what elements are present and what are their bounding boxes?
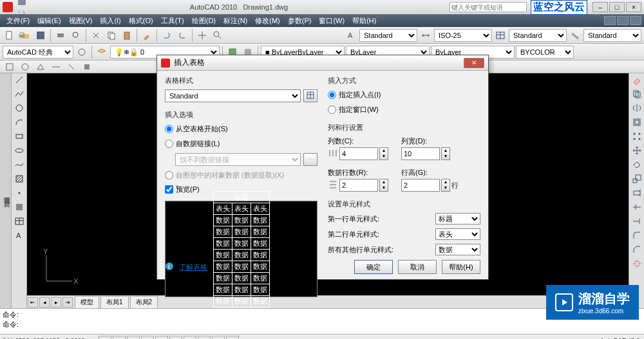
v3-icon[interactable]: [33, 60, 48, 74]
spline-icon[interactable]: [12, 158, 26, 172]
workspace-settings-icon[interactable]: [75, 45, 89, 59]
help-button[interactable]: 帮助(H): [442, 260, 480, 274]
cancel-button[interactable]: 取消: [398, 260, 437, 274]
second-row-select[interactable]: 表头: [435, 228, 480, 240]
mdi-restore-icon[interactable]: [617, 16, 629, 25]
menu-parametric[interactable]: 参数(P): [284, 16, 316, 26]
redo2-icon[interactable]: [175, 28, 189, 42]
tablestyle-icon[interactable]: [493, 28, 507, 42]
cols-input[interactable]: [339, 147, 378, 160]
cols-spinner[interactable]: ▲▼: [379, 147, 388, 160]
rowh-input[interactable]: [401, 179, 440, 192]
print-icon[interactable]: [16, 30, 28, 42]
stretch-icon[interactable]: [629, 187, 644, 201]
menu-help[interactable]: 帮助(H): [348, 16, 380, 26]
polar-toggle-icon[interactable]: [141, 336, 154, 340]
paste-icon[interactable]: [120, 28, 134, 42]
save-icon[interactable]: [16, 0, 28, 7]
save-button-icon[interactable]: [33, 28, 48, 42]
maximize-icon[interactable]: □: [609, 2, 625, 12]
mdi-close-icon[interactable]: [630, 16, 641, 25]
text-style-combo[interactable]: Standard: [359, 29, 417, 42]
mirror-icon[interactable]: [629, 102, 644, 116]
move-icon[interactable]: [629, 144, 644, 158]
menu-insert[interactable]: 插入(I): [96, 16, 124, 26]
tab-last-icon[interactable]: ⇥: [62, 297, 73, 307]
table-style-select[interactable]: Standard: [165, 89, 301, 102]
menu-dimension[interactable]: 标注(N): [220, 16, 251, 26]
mdi-minimize-icon[interactable]: [604, 16, 616, 25]
mtext-icon[interactable]: A: [12, 229, 26, 243]
copy-icon[interactable]: [104, 28, 118, 42]
rect-icon[interactable]: [12, 130, 26, 144]
mlstyle-icon[interactable]: [568, 28, 582, 42]
table-style-combo[interactable]: Standard: [509, 29, 567, 42]
v6-icon[interactable]: [80, 60, 94, 74]
extend-icon[interactable]: [629, 215, 644, 229]
app-logo-icon[interactable]: [3, 2, 13, 12]
opt-window-radio[interactable]: 指定窗口(W): [328, 104, 480, 115]
region-icon[interactable]: [12, 201, 26, 215]
lwt-toggle-icon[interactable]: [212, 336, 225, 340]
colw-spinner[interactable]: ▲▼: [441, 147, 450, 160]
v5-icon[interactable]: [64, 60, 79, 74]
explode-icon[interactable]: [629, 257, 644, 271]
otrack-toggle-icon[interactable]: [169, 336, 182, 340]
ok-button[interactable]: 确定: [354, 260, 393, 274]
workspace-combo[interactable]: AutoCAD 经典: [3, 46, 73, 59]
learn-table-link[interactable]: 了解表格: [179, 262, 207, 272]
line-icon[interactable]: [12, 73, 26, 87]
ducs-toggle-icon[interactable]: [184, 336, 196, 340]
dialog-titlebar[interactable]: 插入表格 ✕: [157, 55, 488, 71]
rows-input[interactable]: [339, 179, 378, 192]
ml-style-combo[interactable]: Standard: [583, 29, 641, 42]
help-search-input[interactable]: [450, 2, 527, 12]
ortho-toggle-icon[interactable]: [127, 336, 140, 340]
osnap-toggle-icon[interactable]: [155, 336, 168, 340]
plotstyle-combo[interactable]: BYCOLOR: [516, 46, 574, 59]
tab-next-icon[interactable]: ▸: [51, 297, 61, 307]
tab-layout1[interactable]: 布局1: [100, 296, 129, 309]
undo2-icon[interactable]: [160, 28, 174, 42]
status-workspace[interactable]: AutoCAD 经典: [600, 337, 641, 340]
close-icon[interactable]: ×: [626, 2, 641, 12]
opt-empty-radio[interactable]: 从空表格开始(S): [165, 124, 317, 134]
pline-icon[interactable]: [12, 87, 26, 102]
dialog-close-icon[interactable]: ✕: [464, 58, 484, 68]
hatch-icon[interactable]: [12, 172, 26, 187]
v2-icon[interactable]: [18, 60, 32, 74]
v4-icon[interactable]: [49, 60, 63, 74]
cut-icon[interactable]: [89, 28, 103, 42]
matchprop-icon[interactable]: [140, 28, 154, 42]
table-icon[interactable]: [12, 215, 26, 229]
dimstyle-icon[interactable]: [419, 28, 433, 42]
grid-toggle-icon[interactable]: [113, 336, 126, 340]
redo-icon[interactable]: [16, 19, 28, 30]
opt-link-radio[interactable]: 自数据链接(L): [165, 138, 317, 149]
menu-modify[interactable]: 修改(M): [251, 16, 284, 26]
offset-icon[interactable]: [629, 116, 644, 130]
array-icon[interactable]: [629, 130, 644, 144]
erase-icon[interactable]: [629, 73, 644, 87]
rotate-icon[interactable]: [629, 158, 644, 172]
menu-tools[interactable]: 工具(T): [157, 16, 188, 26]
rows-spinner[interactable]: ▲▼: [379, 179, 388, 192]
tab-prev-icon[interactable]: ◂: [39, 297, 50, 307]
new-button-icon[interactable]: [3, 28, 17, 42]
copy2-icon[interactable]: [629, 87, 644, 102]
tab-layout2[interactable]: 布局2: [130, 296, 158, 309]
table-style-launch-icon[interactable]: [303, 89, 317, 102]
menu-view[interactable]: 视图(V): [65, 16, 97, 26]
tab-first-icon[interactable]: ⇤: [28, 297, 38, 307]
ellipse-icon[interactable]: [12, 144, 26, 158]
undo-icon[interactable]: [16, 7, 28, 19]
other-row-select[interactable]: 数据: [435, 244, 480, 255]
arc-icon[interactable]: [12, 116, 26, 130]
menu-format[interactable]: 格式(O): [125, 16, 157, 26]
layer-props-icon[interactable]: [95, 45, 109, 59]
preview-icon[interactable]: [69, 28, 83, 42]
snap-toggle-icon[interactable]: [99, 336, 111, 340]
dim-style-combo[interactable]: ISO-25: [434, 29, 492, 42]
opt-point-radio[interactable]: 指定插入点(I): [328, 89, 480, 100]
zoom-icon[interactable]: [211, 28, 225, 42]
